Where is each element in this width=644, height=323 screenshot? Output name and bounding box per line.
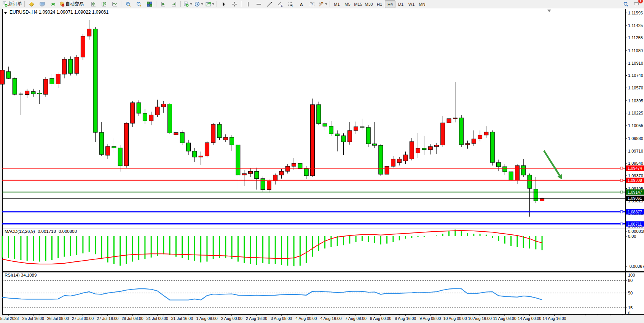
- signal-button[interactable]: [48, 0, 58, 8]
- macd-axis-label: 0.00: [628, 234, 636, 239]
- vline-button[interactable]: [243, 0, 253, 8]
- timeframe-d1-button[interactable]: D1: [395, 0, 406, 8]
- shapes-button[interactable]: [317, 0, 328, 8]
- chart-candles-icon: [101, 2, 107, 7]
- crosshair-button[interactable]: [229, 0, 240, 8]
- hline-icon: [256, 2, 261, 7]
- price-level-badge-text: 1.09147: [628, 190, 642, 194]
- chart-bars-button[interactable]: [88, 0, 99, 8]
- candlestick: [13, 78, 17, 95]
- autotrade-icon: [59, 2, 65, 7]
- fibo-button[interactable]: F: [285, 0, 296, 8]
- hline-button[interactable]: [253, 0, 264, 8]
- toolbar-separator: [180, 1, 181, 7]
- timeframe-h4-button[interactable]: H4: [385, 0, 395, 8]
- candlestick: [75, 55, 79, 76]
- text-button[interactable]: A: [296, 0, 307, 8]
- chart-canvas[interactable]: 1.115951.114251.112551.110801.109101.107…: [0, 0, 644, 323]
- current-price-badge-text: 1.09061: [628, 196, 642, 200]
- candlestick: [180, 130, 184, 145]
- time-label[interactable]: 4 Aug 16:00: [320, 316, 342, 321]
- candlestick: [0, 68, 5, 86]
- time-label[interactable]: 10 Aug 16:00: [468, 316, 492, 321]
- time-label[interactable]: 28 Jul 08:00: [121, 316, 143, 321]
- main-toolbar: 新订单自动交易EFATM1M5M15M30H1H4D1W1MN1: [0, 0, 644, 8]
- time-label[interactable]: 2 Aug 00:00: [221, 316, 242, 321]
- indicators-button[interactable]: [204, 0, 215, 8]
- chat-button[interactable]: 1: [631, 0, 642, 8]
- auto-scroll-icon: [171, 2, 177, 7]
- price-pane-background[interactable]: [2, 9, 644, 228]
- chart-candles-button[interactable]: [99, 0, 109, 8]
- trendline-button[interactable]: [264, 0, 275, 8]
- shift-end-icon: [161, 2, 166, 7]
- timeframe-mn-button[interactable]: MN: [417, 0, 427, 8]
- timeframe-m5-button[interactable]: M5: [342, 0, 353, 8]
- time-label[interactable]: 2 Aug 16:00: [246, 316, 267, 321]
- macd-axis-label: -0.003677: [628, 264, 644, 269]
- time-label[interactable]: 3 Aug 08:00: [271, 316, 292, 321]
- time-label[interactable]: 8 Aug 00:00: [370, 316, 391, 321]
- timeframe-m1-button[interactable]: M1: [332, 0, 342, 8]
- time-label[interactable]: 31 Jul 00:00: [147, 316, 168, 321]
- chevron-down-icon: [201, 3, 203, 5]
- candlestick: [261, 177, 265, 192]
- time-label[interactable]: 27 Jul 16:00: [97, 316, 118, 321]
- time-label[interactable]: 25 Jul 2023: [0, 316, 19, 321]
- time-label[interactable]: 4 Aug 00:00: [295, 316, 317, 321]
- tile-windows-icon: [147, 2, 152, 7]
- zoom-in-button[interactable]: [123, 0, 134, 8]
- hline-handle[interactable]: [620, 191, 623, 193]
- search-button[interactable]: [620, 0, 631, 8]
- price-level-badge-text: 1.08877: [628, 210, 642, 214]
- time-label[interactable]: 9 Aug 08:00: [419, 316, 441, 321]
- autotrade-button[interactable]: 自动交易: [58, 0, 85, 8]
- auto-scroll-button[interactable]: [169, 0, 179, 8]
- cursor-button[interactable]: [218, 0, 229, 8]
- terminal-button[interactable]: [37, 0, 48, 8]
- zoom-out-button[interactable]: [134, 0, 144, 8]
- signal-icon: [50, 2, 56, 7]
- metaeditor-button[interactable]: [26, 0, 37, 8]
- timeframe-w1-button[interactable]: W1: [406, 0, 417, 8]
- timeframe-m30-button[interactable]: M30: [363, 0, 374, 8]
- toolbar-separator: [217, 1, 217, 7]
- time-label[interactable]: 14 Aug 16:00: [542, 316, 566, 321]
- svg-text:A: A: [300, 2, 303, 6]
- template-button[interactable]: [182, 0, 193, 8]
- time-label[interactable]: 11 Aug 08:00: [493, 316, 516, 321]
- toolbar-separator: [121, 1, 122, 7]
- timeframe-m15-button[interactable]: M15: [353, 0, 363, 8]
- channel-button[interactable]: E: [275, 0, 285, 8]
- candlestick: [366, 125, 370, 147]
- tile-windows-button[interactable]: [144, 0, 155, 8]
- candlestick: [317, 102, 321, 125]
- time-label[interactable]: 27 Jul 00:00: [72, 316, 94, 321]
- period-button[interactable]: [193, 0, 204, 8]
- label-button[interactable]: T: [307, 0, 317, 8]
- shift-end-button[interactable]: [158, 0, 169, 8]
- price-tick-label: 1.10570: [628, 86, 643, 90]
- timeframe-h1-button[interactable]: H1: [374, 0, 385, 8]
- time-label[interactable]: 7 Aug 08:00: [345, 316, 367, 321]
- time-label[interactable]: 8 Aug 16:00: [395, 316, 416, 321]
- chart-line-button[interactable]: [109, 0, 120, 8]
- time-label[interactable]: 26 Jul 08:00: [47, 316, 69, 321]
- time-label[interactable]: 14 Aug 00:00: [518, 316, 541, 321]
- time-label[interactable]: 25 Jul 16:00: [22, 316, 44, 321]
- macd-axis-label: 0.000818: [628, 229, 644, 234]
- macd-pane-background[interactable]: [2, 229, 644, 271]
- hline-handle[interactable]: [620, 223, 623, 225]
- hline-handle[interactable]: [620, 167, 623, 169]
- rsi-axis-label: 50: [628, 291, 633, 295]
- autotrade-label: 自动交易: [65, 1, 84, 7]
- rsi-axis-label: 100: [628, 273, 635, 277]
- time-label[interactable]: 31 Jul 16:00: [171, 316, 193, 321]
- new-order-button[interactable]: 新订单: [1, 0, 23, 8]
- time-label[interactable]: 1 Aug 08:00: [196, 316, 218, 321]
- candlestick: [44, 77, 48, 97]
- candlestick: [459, 115, 464, 147]
- time-label[interactable]: 10 Aug 00:00: [443, 316, 467, 321]
- hline-handle[interactable]: [620, 179, 623, 181]
- hline-handle[interactable]: [620, 211, 623, 213]
